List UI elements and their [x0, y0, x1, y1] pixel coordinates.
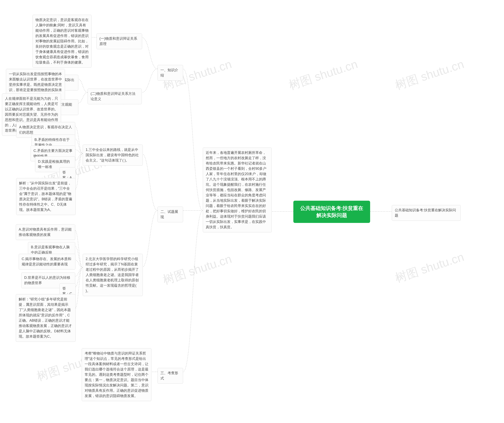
q1-stem[interactable]: 1.三中全会以来的路线，就是从中国实际出发，建设有中国特色的社会主义。"这句话体… — [83, 145, 143, 166]
q2-stem[interactable]: 2.北京大学医学部的科学研究小组经过多年研究，揭示了N基因在衰老过程中的原因，从… — [83, 254, 143, 296]
section1-label-text: 一、知识介绍 — [161, 68, 178, 77]
section1-label[interactable]: 一、知识介绍 — [157, 65, 183, 81]
watermark: 树图 shutu.cn — [393, 56, 466, 94]
section3-desc[interactable]: 考察"唯物论中物质与意识的辩证关系哲理"这个知识点，常见的考查形式是给出一段具体… — [82, 348, 151, 401]
root-node[interactable]: 公共基础知识备考:扶贫重在解决实际问题 — [293, 201, 370, 223]
section2-label-text: 二、试题展现 — [161, 210, 178, 219]
section2-label[interactable]: 二、试题展现 — [157, 206, 183, 222]
intro-text: 近年来，各地普遍开展农村厕所革命，然而，一些地方的农村改厕走了样，没有给农民带来… — [206, 151, 266, 229]
q2-c[interactable]: C.揭示事物存在、发展的本质和规律是意识能动性的重要表现 — [19, 254, 75, 270]
right-leaf[interactable]: 公共基础知识备考:扶贫重在解决实际问题 — [392, 205, 461, 221]
section3-label[interactable]: 三、考查形式 — [157, 368, 183, 384]
right-leaf-text: 公共基础知识备考:扶贫重在解决实际问题 — [395, 208, 456, 217]
section1-sub1-label[interactable]: (一)物质和意识辩证关系原理 — [96, 33, 142, 49]
q1-explain[interactable]: 解析："从中国实际出发"是前提，三中全会的召开是结果，"三中全会"属于意识，故本… — [16, 178, 76, 215]
section1-sub1-desc[interactable]: 物质决定意识，意识是客观存在在人脑中的映象;同时，意识又具有能动作用，正确的意识… — [32, 15, 91, 68]
section3-label-text: 三、考查形式 — [161, 371, 178, 380]
intro-paragraph[interactable]: 近年来，各地普遍开展农村厕所革命，然而，一些地方的农村改厕走了样，没有给农民带来… — [203, 147, 272, 232]
watermark: 树图 shutu.cn — [161, 251, 234, 288]
watermark: 树图 shutu.cn — [393, 249, 466, 286]
q2-a[interactable]: A.意识对物质具有反作用，意识能推动客观物质的发展 — [16, 224, 75, 240]
watermark: 树图 shutu.cn — [287, 56, 360, 94]
section1-sub2-label[interactable]: (二)物质和意识辩证关系方法论意义 — [88, 88, 142, 104]
q2-explain[interactable]: 解析："研究小组"多年研究是前提，属意识层面，其结果是揭示了"人类细胞衰老之谜"… — [16, 294, 76, 342]
root-title: 公共基础知识备考:扶贫重在解决实际问题 — [300, 205, 363, 218]
